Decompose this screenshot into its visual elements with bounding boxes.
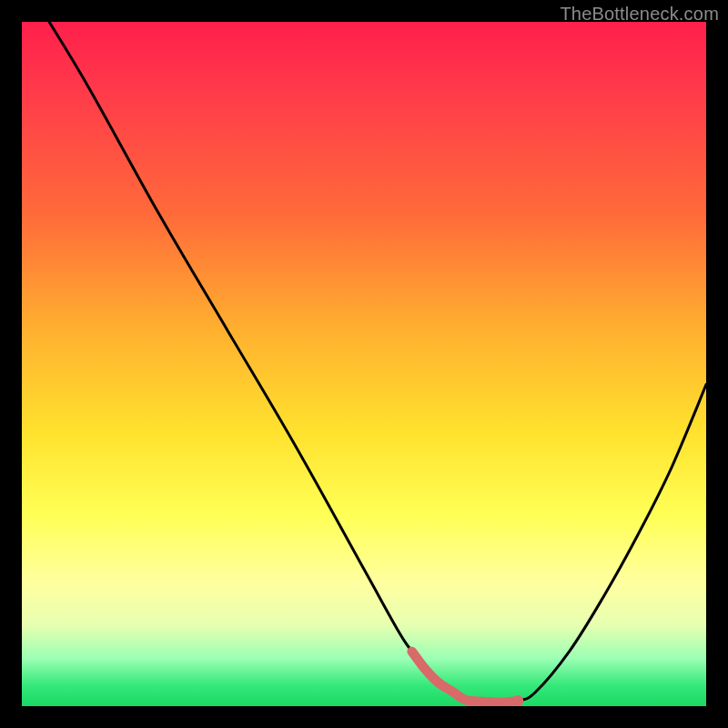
optimal-range-end-dot bbox=[512, 695, 523, 706]
bottleneck-curve bbox=[49, 22, 706, 703]
chart-frame: TheBottleneck.com bbox=[0, 0, 728, 728]
plot-area bbox=[22, 22, 706, 706]
optimal-range-highlight bbox=[412, 652, 519, 703]
chart-svg bbox=[22, 22, 706, 706]
